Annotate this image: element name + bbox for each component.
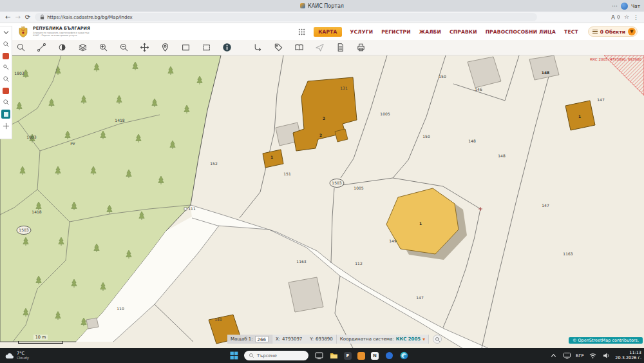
- key-icon[interactable]: [2, 63, 10, 72]
- scale-bar: 10 m: [18, 329, 63, 344]
- language-indicator[interactable]: БГР: [576, 353, 583, 358]
- legend-icon[interactable]: [294, 43, 304, 53]
- cloud-icon: [5, 353, 14, 359]
- svg-text:148: 148: [498, 153, 506, 158]
- browser-tab[interactable]: КАИС Портал: [300, 3, 344, 9]
- wifi-icon[interactable]: [588, 351, 597, 360]
- edge-icon[interactable]: [399, 351, 408, 360]
- svg-text:131: 131: [340, 86, 348, 90]
- red-badge-2-icon[interactable]: [2, 86, 10, 95]
- crs-caret-icon: ▼: [422, 337, 425, 341]
- refresh-icon[interactable]: ⟳: [25, 14, 30, 21]
- collapse-chevron-icon[interactable]: [2, 28, 10, 37]
- zoom-out-icon[interactable]: [118, 43, 129, 53]
- back-icon[interactable]: ←: [5, 14, 10, 21]
- svg-text:1005: 1005: [354, 186, 363, 190]
- info-tool-icon[interactable]: [222, 43, 232, 53]
- map-statusbar: Мащаб 1: 266 X: 4793097 Y: 693890 Коорди…: [227, 335, 442, 344]
- svg-text:140: 140: [214, 317, 222, 322]
- svg-text:1005: 1005: [380, 112, 390, 116]
- svg-text:150: 150: [439, 74, 446, 79]
- nav-test[interactable]: ТЕСТ: [564, 29, 578, 35]
- nav-registri[interactable]: РЕГИСТРИ: [381, 29, 411, 35]
- building-gray-4[interactable]: [289, 277, 323, 312]
- scale-value[interactable]: 266: [255, 336, 269, 342]
- cadastral-map: 1803100314181418РУ1111521511311005100515…: [0, 55, 644, 348]
- org-text: РЕПУБЛИКА БЪЛГАРИЯ Агенция по геодезия, …: [33, 26, 90, 37]
- start-button[interactable]: [229, 351, 238, 360]
- window-menu-icon[interactable]: ⋯: [612, 3, 618, 9]
- org-title: РЕПУБЛИКА БЪЛГАРИЯ: [33, 26, 90, 31]
- display-icon[interactable]: [562, 351, 571, 360]
- coordinate-search-button[interactable]: [433, 335, 442, 344]
- svg-text:1803: 1803: [14, 71, 24, 75]
- speaker-icon[interactable]: [601, 351, 611, 360]
- x-value: 4793097: [282, 337, 302, 342]
- svg-text:150: 150: [422, 134, 430, 139]
- profile-name: Чат: [631, 3, 640, 9]
- tab-favicon-icon: [300, 3, 305, 8]
- agency-logo: [17, 26, 30, 38]
- nav-uslugi[interactable]: УСЛУГИ: [350, 29, 374, 35]
- left-sidebar: [0, 26, 12, 139]
- profile-avatar[interactable]: [621, 3, 628, 10]
- building-gray-5[interactable]: [86, 318, 99, 329]
- svg-text:146: 146: [475, 87, 482, 92]
- tray-chevron-icon[interactable]: [549, 351, 558, 360]
- nav-spravki[interactable]: СПРАВКИ: [450, 29, 477, 35]
- nav-pravospobni-litsa[interactable]: ПРАВОСПОСОБНИ ЛИЦА: [486, 29, 556, 35]
- nav-karta[interactable]: КАРТА: [314, 27, 341, 37]
- sidebar-search-2-icon[interactable]: [2, 75, 10, 83]
- svg-text:149: 149: [389, 239, 397, 243]
- address-bar[interactable]: https://kais.cadastre.bg/bg/Map/Index: [35, 13, 537, 21]
- sidebar-search-3-icon[interactable]: [2, 98, 10, 106]
- add-icon[interactable]: [2, 122, 10, 130]
- print-icon[interactable]: [355, 43, 366, 53]
- layers-icon[interactable]: [77, 43, 88, 53]
- document-icon[interactable]: [335, 43, 345, 53]
- red-badge-icon[interactable]: [2, 52, 10, 60]
- favorite-star-icon[interactable]: ☆: [624, 14, 629, 20]
- scale-bar-label: 10 m: [33, 335, 48, 340]
- measure-icon[interactable]: [36, 43, 46, 53]
- file-explorer-icon[interactable]: [329, 351, 338, 360]
- crs-selector[interactable]: Координатна система: ККС 2005 ▼: [337, 335, 429, 344]
- search-tool-icon[interactable]: [15, 43, 26, 53]
- app-f-icon[interactable]: F: [344, 352, 352, 360]
- sidebar-search-icon[interactable]: [2, 40, 10, 48]
- pan-icon[interactable]: [139, 43, 149, 53]
- tag-icon[interactable]: [273, 43, 283, 53]
- weather-temp: 7°C: [17, 351, 29, 356]
- windows-taskbar: 7°C Cloudy Търсене F N БГР: [0, 348, 644, 363]
- svg-text:112: 112: [355, 261, 363, 266]
- svg-text:152: 152: [210, 161, 218, 166]
- objects-button[interactable]: 0 Обекти ▼: [588, 26, 638, 37]
- select-rectangle-icon[interactable]: [180, 43, 191, 53]
- previous-extent-icon[interactable]: [252, 43, 263, 53]
- scale-control[interactable]: Мащаб 1: 266: [227, 335, 272, 344]
- osm-attribution[interactable]: © OpenStreetMap contributors.: [569, 337, 643, 344]
- x-label: X:: [276, 337, 280, 342]
- app-grid-icon[interactable]: [298, 28, 305, 35]
- building-annex[interactable]: [335, 129, 348, 142]
- point-marker: [184, 208, 187, 210]
- app-n-icon[interactable]: N: [371, 352, 379, 360]
- weather-widget[interactable]: 7°C Cloudy: [0, 351, 29, 360]
- svg-text:1418: 1418: [32, 210, 41, 214]
- tab-title: КАИС Портал: [308, 3, 344, 9]
- opacity-icon[interactable]: [57, 43, 67, 53]
- app-orange-icon[interactable]: [357, 352, 365, 360]
- svg-text:A: A: [611, 14, 615, 21]
- map-canvas[interactable]: 1803100314181418РУ1111521511311005100515…: [0, 55, 644, 348]
- select-extent-icon[interactable]: [201, 43, 211, 53]
- task-view-icon[interactable]: [314, 351, 323, 360]
- zoom-in-icon[interactable]: [98, 43, 108, 53]
- browser-settings-icon[interactable]: ⋮: [633, 14, 639, 21]
- app-blue-icon[interactable]: [384, 351, 393, 360]
- location-pin-icon[interactable]: [160, 43, 170, 53]
- nav-zhalbi[interactable]: ЖАЛБИ: [419, 29, 441, 35]
- taskbar-search[interactable]: Търсене: [244, 351, 308, 360]
- read-aloud-icon[interactable]: A: [611, 14, 620, 21]
- active-panel-icon[interactable]: [1, 110, 10, 119]
- taskbar-clock[interactable]: 11:13 20.3.2026 г.: [615, 351, 641, 361]
